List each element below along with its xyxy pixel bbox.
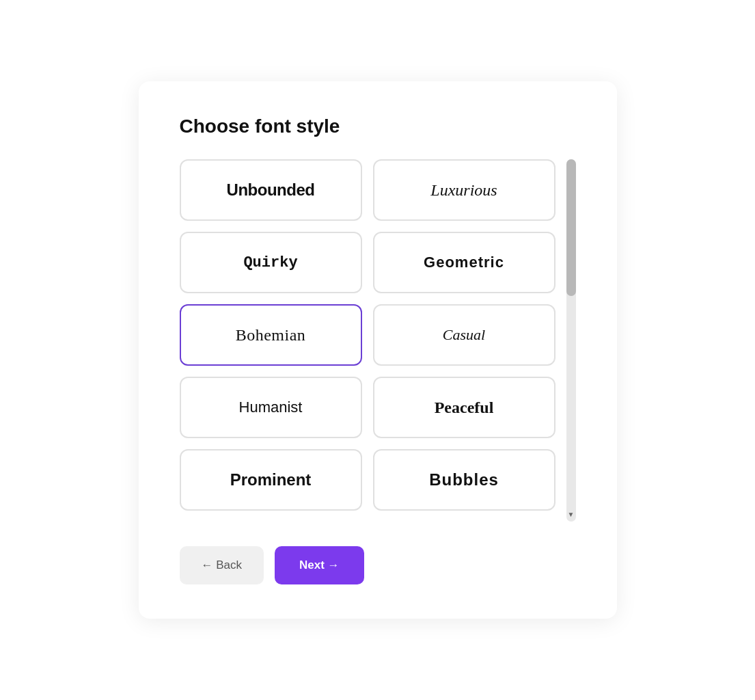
font-option-peaceful[interactable]: Peaceful xyxy=(373,377,555,438)
scrollbar-thumb[interactable] xyxy=(566,159,576,296)
font-option-casual[interactable]: Casual xyxy=(373,304,555,366)
scrollbar-track[interactable]: ▲ ▼ xyxy=(566,159,576,522)
font-option-prominent[interactable]: Prominent xyxy=(180,449,362,511)
font-option-bubbles[interactable]: Bubbles xyxy=(373,449,555,511)
font-option-unbounded[interactable]: Unbounded xyxy=(180,159,362,221)
next-button[interactable]: Next → xyxy=(275,546,364,584)
main-container: Choose font style UnboundedLuxuriousQuir… xyxy=(139,81,617,619)
font-option-bohemian[interactable]: Bohemian xyxy=(180,304,362,366)
font-option-geometric[interactable]: Geometric xyxy=(373,232,555,293)
back-button[interactable]: ← Back xyxy=(180,546,264,584)
button-row: ← Back Next → xyxy=(180,546,576,584)
font-grid: UnboundedLuxuriousQuirkyGeometricBohemia… xyxy=(180,159,561,522)
font-option-quirky[interactable]: Quirky xyxy=(180,232,362,293)
font-option-humanist[interactable]: Humanist xyxy=(180,377,362,438)
page-title: Choose font style xyxy=(180,116,576,137)
scrollbar-arrow-down[interactable]: ▼ xyxy=(566,508,576,522)
grid-wrapper: UnboundedLuxuriousQuirkyGeometricBohemia… xyxy=(180,159,576,522)
font-option-luxurious[interactable]: Luxurious xyxy=(373,159,555,221)
